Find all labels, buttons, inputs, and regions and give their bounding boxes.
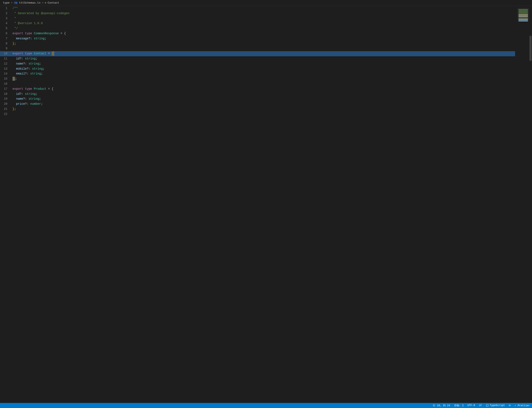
line-content[interactable]: * Generated by @openapi-codegen [12, 11, 515, 16]
table-row: 1/** [0, 6, 515, 11]
line-number: 7 [0, 36, 12, 41]
line-number: 17 [0, 86, 12, 92]
line-number: 19 [0, 96, 12, 102]
token: export [12, 32, 23, 35]
line-content[interactable]: }; [12, 76, 515, 81]
token: = { [59, 32, 66, 35]
line-content[interactable]: * @version 1.0.0 [12, 21, 515, 26]
line-content[interactable]: id?: string; [12, 56, 515, 61]
status-language[interactable]: {} TypeScript [486, 404, 505, 407]
code-area[interactable]: 1/**2 * Generated by @openapi-codegen3 *… [0, 6, 532, 403]
line-content[interactable] [12, 81, 515, 86]
line-content[interactable]: * [12, 16, 515, 21]
token: ?: [23, 97, 28, 101]
line-content[interactable]: price?: number; [12, 102, 515, 107]
table-row: 4 * @version 1.0.0 [0, 21, 515, 26]
minimap-line [518, 12, 528, 13]
token: string [30, 72, 41, 75]
line-number: 6 [0, 31, 12, 36]
table-row: 22 [0, 112, 515, 117]
line-number: 18 [0, 92, 12, 97]
token: /** [12, 7, 18, 10]
line-content[interactable]: name?: string; [12, 61, 515, 67]
breadcrumb-part1[interactable]: type [3, 1, 9, 4]
table-row: 21}; [0, 107, 515, 112]
token: ; [41, 72, 43, 75]
minimap-line [518, 20, 528, 20]
token: Contact [34, 52, 46, 55]
table-row: 13 mobile?: string; [0, 67, 515, 72]
token: name [16, 97, 23, 101]
token: price [16, 102, 25, 106]
line-content[interactable]: message?: string; [12, 36, 515, 41]
minimap-line [518, 19, 528, 19]
line-content[interactable]: */ [12, 26, 515, 31]
breadcrumb-ts-icon: TS [14, 1, 18, 4]
breadcrumb-sym-icon: ⊙ [45, 1, 46, 4]
line-number: 3 [0, 16, 12, 21]
line-content[interactable]: id?: string; [12, 92, 515, 97]
line-content[interactable]: export type Product = { [12, 86, 515, 92]
minimap [517, 8, 529, 20]
token: ?: [25, 72, 30, 75]
code-table: 1/**2 * Generated by @openapi-codegen3 *… [0, 6, 515, 117]
line-number: 10 [0, 51, 12, 56]
line-content[interactable]: export type CommonResponse = { [12, 31, 515, 36]
breadcrumb: type > TS tttSchemas.ts > ⊙ Contact [0, 0, 532, 6]
token: name [16, 62, 23, 65]
token: string [34, 37, 44, 40]
token: ?: [29, 37, 34, 40]
line-content[interactable]: export type Contact = { [12, 51, 515, 56]
token: ?: [25, 102, 30, 106]
token: id [16, 92, 20, 96]
status-line-col[interactable]: 行 10, 列 24 [433, 404, 450, 407]
token: * @version 1.0.0 [12, 22, 43, 25]
line-number: 13 [0, 67, 12, 72]
status-encoding[interactable]: UTF-8 [467, 404, 475, 407]
token: ?: [27, 67, 32, 70]
line-content[interactable]: mobile?: string; [12, 67, 515, 72]
token: number [30, 102, 41, 106]
line-number: 14 [0, 71, 12, 76]
minimap-line [518, 13, 528, 14]
breadcrumb-symbol[interactable]: Contact [48, 1, 59, 4]
token: type [25, 32, 32, 35]
line-number: 9 [0, 46, 12, 51]
breadcrumb-filename[interactable]: tttSchemas.ts [19, 1, 40, 4]
line-content[interactable]: /** [12, 6, 515, 11]
token: = { [46, 87, 53, 91]
line-number: 21 [0, 107, 12, 112]
scrollbar[interactable] [529, 6, 532, 403]
braces-icon: {} [486, 404, 489, 407]
scrollbar-thumb[interactable] [530, 35, 532, 61]
status-spaces[interactable]: 空格: 2 [454, 404, 464, 407]
minimap-line [518, 21, 528, 21]
status-eol[interactable]: LF [479, 404, 482, 407]
line-content[interactable] [12, 46, 515, 51]
token: export [12, 87, 23, 91]
minimap-line [518, 9, 528, 10]
status-prettier[interactable]: ✓ Prettier [515, 404, 530, 407]
minimap-line [518, 17, 528, 18]
line-content[interactable]: }; [12, 107, 515, 112]
token: type [25, 87, 32, 91]
token: ; [41, 102, 43, 106]
token: ?: [23, 62, 28, 65]
table-row: 17export type Product = { [0, 86, 515, 92]
token: ; [39, 62, 41, 65]
token: = [46, 52, 52, 55]
table-row: 8}; [0, 41, 515, 46]
token: string [29, 97, 39, 101]
line-content[interactable]: name?: string; [12, 96, 515, 102]
minimap-line [518, 16, 528, 16]
line-content[interactable]: email?: string; [12, 71, 515, 76]
table-row: 7 message?: string; [0, 36, 515, 41]
line-content[interactable]: }; [12, 41, 515, 46]
token: string [32, 67, 43, 70]
minimap-line [518, 11, 528, 12]
line-number: 16 [0, 81, 12, 86]
table-row: 10export type Contact = { [0, 51, 515, 56]
token: ; [39, 97, 41, 101]
line-number: 4 [0, 21, 12, 26]
line-content[interactable] [12, 112, 515, 117]
